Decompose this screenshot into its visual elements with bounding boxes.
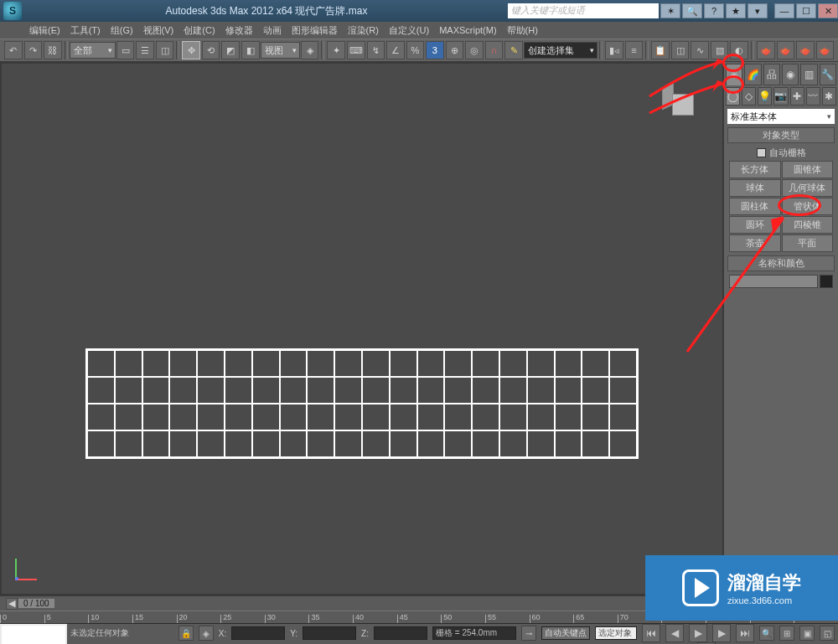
help-star2-icon[interactable]: ★ xyxy=(726,3,746,18)
schematic-icon[interactable]: ▧ xyxy=(711,41,729,59)
minimize-button[interactable]: — xyxy=(774,3,794,18)
redo-icon[interactable]: ↷ xyxy=(24,41,43,59)
render-icon[interactable]: 🫖 xyxy=(796,41,815,59)
app-logo[interactable]: S xyxy=(3,2,22,20)
curve-editor-icon[interactable]: ∿ xyxy=(691,41,709,59)
btn-tube[interactable]: 管状体 xyxy=(782,198,834,215)
object-name-field[interactable] xyxy=(729,275,818,288)
help-doc-icon[interactable]: ? xyxy=(704,3,724,18)
edit-named-icon[interactable]: ◎ xyxy=(465,41,484,59)
menu-graph[interactable]: 图形编辑器 xyxy=(292,24,338,37)
percent-snap-icon[interactable]: % xyxy=(406,41,425,59)
subtab-spacewarps[interactable]: 〰 xyxy=(806,87,820,106)
maxscript-mini-listener[interactable]: Max to Physes ( xyxy=(0,624,67,644)
mirror-icon[interactable]: ▮◃ xyxy=(605,41,623,59)
undo-icon[interactable]: ↶ xyxy=(4,41,23,59)
viewport-front[interactable] xyxy=(2,64,722,594)
autogrid-checkbox[interactable]: 自动栅格 xyxy=(729,145,833,161)
viewcube[interactable] xyxy=(672,87,706,121)
layer-icon[interactable]: 📋 xyxy=(651,41,670,59)
refsys-icon[interactable]: ◧ xyxy=(241,41,260,59)
snap-icon[interactable]: ↯ xyxy=(367,41,385,59)
render-last-icon[interactable]: 🫖 xyxy=(816,41,835,59)
goto-end-icon[interactable]: ⏭ xyxy=(736,624,754,642)
coord-x[interactable] xyxy=(231,626,285,640)
btn-cylinder[interactable]: 圆柱体 xyxy=(729,198,781,215)
move-icon[interactable]: ✥ xyxy=(182,41,200,59)
keyboard-shortcut-icon[interactable]: ⌨ xyxy=(347,41,365,59)
menu-modifier[interactable]: 修改器 xyxy=(225,24,253,37)
isotropic-icon[interactable]: ◈ xyxy=(199,626,214,641)
btn-box[interactable]: 长方体 xyxy=(729,161,781,178)
help-magnify-icon[interactable]: 🔍 xyxy=(682,3,702,18)
subtab-geometry[interactable]: ◯ xyxy=(726,87,740,106)
tab-hierarchy[interactable]: 品 xyxy=(763,64,780,85)
menu-help[interactable]: 帮助(H) xyxy=(507,24,538,37)
btn-sphere[interactable]: 球体 xyxy=(729,179,781,197)
lock-icon[interactable]: 🔒 xyxy=(178,626,194,641)
help-search-input[interactable]: 键入关键字或短语 xyxy=(508,3,659,18)
selection-filter-dropdown[interactable]: 全部 xyxy=(70,42,116,59)
named-selection-dropdown[interactable]: 创建选择集 xyxy=(524,42,597,59)
nav-fov-icon[interactable]: ▣ xyxy=(799,626,815,641)
render-setup-icon[interactable]: 🫖 xyxy=(757,41,775,59)
menu-group[interactable]: 组(G) xyxy=(111,24,133,37)
next-frame-icon[interactable]: ▶ xyxy=(712,624,731,642)
pivot-icon[interactable]: ◈ xyxy=(301,41,319,59)
object-color-swatch[interactable] xyxy=(820,275,833,288)
subtab-shapes[interactable]: ◇ xyxy=(742,87,756,106)
tab-create[interactable]: ✳ xyxy=(726,64,742,85)
btn-cone[interactable]: 圆锥体 xyxy=(782,161,834,178)
rotate-icon[interactable]: ⟲ xyxy=(202,41,220,59)
subtab-helpers[interactable]: ✚ xyxy=(790,87,804,106)
rollout-object-type[interactable]: 对象类型 xyxy=(727,127,835,143)
menu-anim[interactable]: 动画 xyxy=(263,24,282,37)
spinner-snap-icon[interactable]: ⊕ xyxy=(446,41,464,59)
link-icon[interactable]: ⛓ xyxy=(44,41,62,59)
mat-editor-icon[interactable]: ◐ xyxy=(730,41,748,59)
object-plane[interactable] xyxy=(85,348,639,459)
btn-geosphere[interactable]: 几何球体 xyxy=(782,179,834,197)
select-region-icon[interactable]: ◫ xyxy=(156,41,174,59)
menu-view[interactable]: 视图(V) xyxy=(143,24,174,37)
nav-region-icon[interactable]: ◱ xyxy=(820,626,835,641)
subtab-lights[interactable]: 💡 xyxy=(758,87,772,106)
select-name-icon[interactable]: ☰ xyxy=(136,41,154,59)
tab-motion[interactable]: ◉ xyxy=(782,64,799,85)
menu-render[interactable]: 渲染(R) xyxy=(348,24,379,37)
rollout-name-color[interactable]: 名称和颜色 xyxy=(727,255,835,271)
coord-z[interactable] xyxy=(374,626,427,640)
menu-tools[interactable]: 工具(T) xyxy=(70,24,101,37)
selected-set-field[interactable]: 选定对象 xyxy=(595,626,637,640)
help-star-icon[interactable]: ✶ xyxy=(660,3,680,18)
btn-plane[interactable]: 平面 xyxy=(782,234,834,252)
graphite-icon[interactable]: ◫ xyxy=(671,41,690,59)
bulb-icon[interactable]: ✎ xyxy=(504,41,523,59)
tab-modify[interactable]: 🌈 xyxy=(744,64,761,85)
ref-coord-dropdown[interactable]: 视图 xyxy=(261,42,300,59)
time-slider-handle[interactable]: ◀ xyxy=(6,598,18,610)
nav-zoom-all-icon[interactable]: ⊞ xyxy=(779,626,794,641)
tab-utilities[interactable]: 🔧 xyxy=(820,64,836,85)
render-frame-icon[interactable]: 🫖 xyxy=(777,41,795,59)
time-position[interactable]: 0 / 100 xyxy=(18,599,54,608)
menu-maxscript[interactable]: MAXScript(M) xyxy=(439,25,496,35)
btn-torus[interactable]: 圆环 xyxy=(729,216,781,234)
magnet-icon[interactable]: ∩ xyxy=(485,41,504,59)
play-icon[interactable]: ▶ xyxy=(689,624,707,642)
subtab-systems[interactable]: ✱ xyxy=(822,87,836,106)
menu-create[interactable]: 创建(C) xyxy=(184,24,215,37)
subtab-cameras[interactable]: 📷 xyxy=(773,87,788,106)
btn-pyramid[interactable]: 四棱锥 xyxy=(782,216,834,234)
angle-snap-icon[interactable]: ∠ xyxy=(386,41,405,59)
snap-3-icon[interactable]: 3 xyxy=(426,41,444,59)
select-icon[interactable]: ▭ xyxy=(116,41,135,59)
btn-teapot[interactable]: 茶壶 xyxy=(729,234,781,252)
nav-zoom-icon[interactable]: 🔍 xyxy=(759,626,774,641)
scale-icon[interactable]: ◩ xyxy=(221,41,240,59)
help-dropdown-icon[interactable]: ▾ xyxy=(747,3,768,18)
goto-start-icon[interactable]: ⏮ xyxy=(642,624,660,642)
coord-y[interactable] xyxy=(303,626,356,640)
tab-display[interactable]: ▥ xyxy=(800,64,817,85)
prev-frame-icon[interactable]: ◀ xyxy=(665,624,684,642)
